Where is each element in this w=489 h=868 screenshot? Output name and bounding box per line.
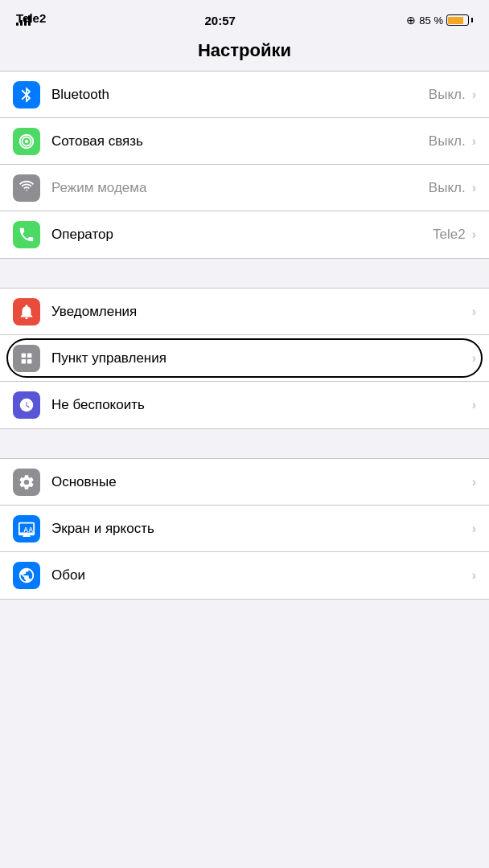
settings-item-control-center[interactable]: Пункт управления › [0, 335, 489, 382]
spacer-2 [0, 429, 489, 458]
display-label: Экран и яркость [51, 521, 471, 537]
operator-label: Оператор [51, 227, 433, 243]
general-icon [13, 469, 40, 496]
general-svg [18, 473, 35, 491]
page-title-area: Настройки [0, 35, 489, 71]
display-svg: AA [18, 520, 35, 538]
control-center-svg [18, 350, 35, 367]
cellular-chevron: › [472, 134, 476, 149]
do-not-disturb-icon [13, 391, 40, 419]
hotspot-icon [13, 174, 40, 202]
settings-item-notifications[interactable]: Уведомления › [0, 289, 489, 335]
settings-item-do-not-disturb[interactable]: Не беспокоить › [0, 382, 489, 428]
location-icon: ⊕ [406, 14, 416, 27]
group-display: Основные › AA Экран и яркость › Обои › [0, 458, 489, 600]
svg-rect-3 [27, 353, 31, 358]
cellular-icon [13, 128, 40, 155]
carrier-text: Tele2 [16, 11, 46, 25]
battery-tip [471, 18, 473, 23]
hotspot-label: Режим модема [51, 180, 429, 196]
settings-item-bluetooth[interactable]: Bluetooth Выкл. › [0, 72, 489, 118]
battery-icon [446, 14, 473, 26]
bluetooth-svg [18, 86, 35, 104]
svg-point-1 [25, 139, 29, 143]
settings-item-display[interactable]: AA Экран и яркость › [0, 506, 489, 552]
settings-item-wallpaper[interactable]: Обои › [0, 552, 489, 599]
do-not-disturb-svg [18, 396, 35, 414]
battery-percent: 85 % [419, 14, 443, 27]
cellular-value: Выкл. [429, 133, 466, 149]
settings-item-hotspot[interactable]: Режим модема Выкл. › [0, 165, 489, 211]
settings-item-cellular[interactable]: Сотовая связь Выкл. › [0, 118, 489, 165]
hotspot-value: Выкл. [429, 180, 466, 196]
time-display: 20:57 [204, 14, 235, 27]
wallpaper-icon [13, 562, 40, 589]
control-center-icon [13, 345, 40, 372]
do-not-disturb-chevron: › [472, 398, 476, 412]
operator-svg [18, 226, 35, 244]
page-title: Настройки [0, 40, 489, 61]
operator-icon [13, 221, 40, 248]
bluetooth-icon [13, 81, 40, 108]
wallpaper-chevron: › [472, 568, 476, 583]
notifications-icon [13, 298, 40, 326]
bluetooth-chevron: › [472, 88, 476, 102]
svg-text:AA: AA [23, 526, 33, 533]
operator-chevron: › [472, 227, 476, 242]
wallpaper-svg [18, 567, 35, 584]
status-bar: Tele2 20:57 ⊕ 85 % [0, 0, 489, 35]
operator-value: Tele2 [433, 227, 466, 243]
wallpaper-label: Обои [51, 567, 471, 583]
cellular-label: Сотовая связь [51, 133, 429, 149]
svg-rect-4 [22, 358, 26, 363]
do-not-disturb-label: Не беспокоить [51, 397, 471, 413]
settings-item-general[interactable]: Основные › [0, 459, 489, 506]
cellular-svg [18, 133, 35, 150]
status-right-area: ⊕ 85 % [406, 14, 473, 27]
hotspot-svg [18, 179, 35, 197]
control-center-label: Пункт управления [51, 350, 471, 366]
group-connectivity: Bluetooth Выкл. › Сотовая связь Выкл. › … [0, 71, 489, 259]
display-icon: AA [13, 515, 40, 542]
bluetooth-label: Bluetooth [51, 87, 429, 103]
hotspot-chevron: › [472, 181, 476, 195]
notifications-chevron: › [472, 305, 476, 319]
bluetooth-value: Выкл. [429, 87, 466, 103]
general-label: Основные [51, 474, 471, 490]
display-chevron: › [472, 522, 476, 536]
svg-rect-5 [27, 358, 31, 363]
control-center-chevron: › [472, 351, 476, 366]
notifications-svg [18, 303, 35, 321]
general-chevron: › [472, 475, 476, 489]
group-notifications: Уведомления › Пункт управления › Не бесп… [0, 288, 489, 429]
battery-body [446, 14, 469, 26]
notifications-label: Уведомления [51, 304, 471, 320]
battery-fill [448, 17, 462, 24]
spacer-1 [0, 259, 489, 288]
settings-item-operator[interactable]: Оператор Tele2 › [0, 211, 489, 258]
svg-rect-2 [22, 353, 26, 358]
